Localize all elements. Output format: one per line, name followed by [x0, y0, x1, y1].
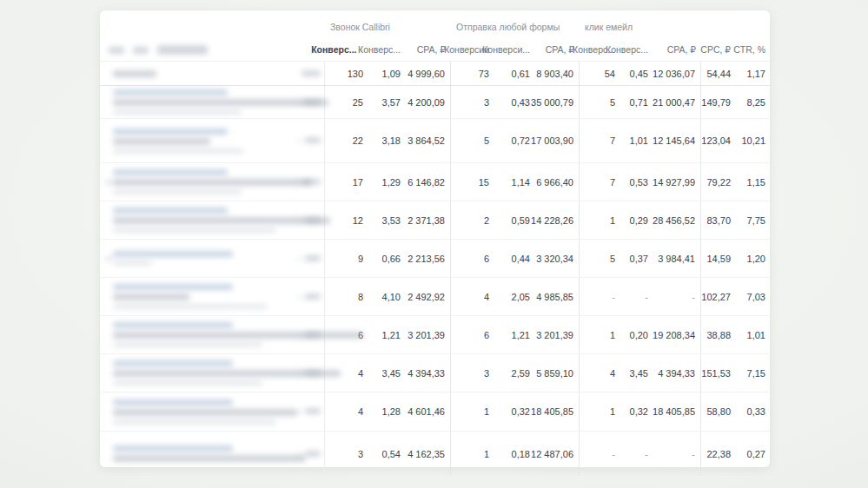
table-row: 61,213 201,3961,213 201,3910,2019 208,34… [100, 316, 770, 354]
column-header-10[interactable]: CPC, ₽ [701, 38, 732, 61]
row-expand-icon[interactable] [296, 220, 303, 222]
campaign-name-cell[interactable] [100, 392, 325, 431]
metric-cell: - [580, 278, 617, 315]
metric-cell: 5 [580, 86, 617, 118]
row-expand-icon[interactable] [296, 140, 303, 142]
metric-cell: 4,10 [365, 278, 402, 315]
metric-cell: 3,45 [617, 354, 650, 392]
metric-cell: 1 [580, 392, 617, 431]
metric-cell: 0,54 [365, 432, 402, 476]
redacted-name-lines [113, 119, 243, 162]
metric-cell: 8,25 [732, 86, 770, 118]
metric-cell: 0,45 [617, 62, 650, 85]
metric-cell: 0,29 [617, 201, 650, 239]
metric-cell: 14 228,26 [532, 201, 580, 239]
campaign-name-cell[interactable] [100, 119, 325, 162]
metric-cell: 123,04 [701, 119, 732, 162]
table-row: 90,662 213,5660,443 320,3450,373 984,411… [100, 240, 770, 278]
table-row: 30,544 162,3510,1812 487,06---22,380,27 [100, 432, 770, 477]
metric-cell: 14,59 [701, 240, 732, 277]
metric-cell: 1 [451, 392, 491, 431]
row-expand-icon[interactable] [296, 334, 303, 337]
table-row: 123,532 371,3820,5914 228,2610,2928 456,… [100, 201, 770, 240]
row-expand-icon[interactable] [296, 181, 303, 184]
metric-cell: 83,70 [701, 201, 732, 239]
metric-cell: 54 [580, 62, 617, 85]
redacted-text-line [113, 251, 233, 257]
redacted-name-lines [113, 240, 233, 277]
row-expand-icon[interactable] [296, 411, 303, 413]
campaign-name-cell[interactable] [100, 86, 325, 118]
metric-cell: 2 492,92 [402, 278, 451, 315]
metric-group-header-row: Звонок Callibri Отправка любой формы кли… [100, 16, 770, 38]
metric-cell: 1,09 [365, 62, 402, 85]
metric-cell: 0,59 [491, 201, 532, 239]
metric-cell: 19 208,34 [650, 316, 701, 353]
column-header-9[interactable]: CPA, ₽ [650, 38, 701, 61]
redacted-cost-value [305, 217, 321, 223]
metric-cell: 21 000,47 [650, 86, 701, 118]
redacted-cost-value [301, 70, 321, 76]
metric-cell: 0,61 [491, 62, 532, 85]
column-header-2[interactable]: Конверс... [365, 38, 402, 61]
redacted-toolbar-control[interactable] [157, 45, 208, 55]
redacted-toolbar-control[interactable] [109, 47, 124, 54]
row-expand-icon[interactable] [296, 258, 303, 260]
campaign-name-cell[interactable] [100, 354, 325, 392]
metric-cell: 151,53 [701, 354, 732, 392]
row-expand-icon[interactable] [296, 102, 303, 104]
metric-cell: 12 487,06 [532, 432, 580, 476]
campaign-name-cell[interactable] [100, 163, 325, 201]
campaign-name-cell [100, 62, 325, 85]
redacted-text-line [113, 293, 189, 300]
row-expand-icon[interactable] [296, 373, 303, 375]
redacted-text-line [113, 322, 233, 328]
redacted-text-line [113, 89, 228, 96]
metric-cell: 4 200,09 [402, 86, 451, 118]
table-row: 171,296 146,82151,146 966,4070,5314 927,… [100, 163, 770, 201]
metric-cell: 58,80 [701, 392, 732, 431]
metric-cell: 22,38 [701, 432, 732, 476]
metric-cell: 4 601,46 [402, 392, 451, 431]
column-header-11[interactable]: CTR, % [732, 38, 770, 61]
metric-cell: - [580, 432, 617, 476]
redacted-text-line [113, 342, 262, 347]
redacted-name-lines [113, 278, 268, 315]
metric-cell: 38,88 [701, 316, 732, 353]
metric-cell: 3 [325, 432, 365, 476]
metric-cell: 12 036,07 [650, 62, 701, 85]
metric-cell: 2 [451, 201, 491, 239]
redacted-text-line [113, 455, 306, 462]
campaign-name-cell[interactable] [100, 278, 325, 315]
metric-cell: 4 985,85 [532, 278, 580, 315]
campaign-name-cell[interactable] [100, 432, 325, 476]
metric-cell: 0,18 [491, 432, 532, 476]
metric-cell: 3 201,39 [402, 316, 451, 353]
metric-cell: 0,32 [617, 392, 650, 431]
redacted-name-lines [113, 163, 311, 201]
metric-cell: 0,37 [617, 240, 650, 277]
metric-cell: 1,29 [365, 163, 402, 201]
metric-cell: 0,66 [365, 240, 402, 277]
redacted-cost-value [303, 179, 321, 185]
redacted-cost-value [305, 370, 321, 376]
metric-cell: 6 [451, 240, 491, 277]
metric-cell: 28 456,52 [650, 201, 701, 239]
campaign-name-cell[interactable] [100, 316, 325, 353]
column-header-5[interactable]: Конверси... [491, 38, 532, 61]
campaign-name-cell[interactable] [100, 201, 325, 239]
redacted-text-line [113, 360, 233, 366]
column-header-8[interactable]: Конверс... [617, 38, 650, 61]
row-expand-icon[interactable] [296, 296, 303, 299]
metric-cell: 7,75 [732, 201, 770, 239]
metric-cell: 4 [580, 354, 617, 392]
campaign-name-cell[interactable] [100, 240, 325, 277]
row-expand-icon[interactable] [296, 453, 303, 456]
metric-cell: 17 [325, 163, 365, 201]
metric-cell: 2 371,38 [402, 201, 451, 239]
redacted-toolbar-control[interactable] [133, 47, 149, 54]
metric-cell: 0,44 [491, 240, 532, 277]
table-body: 1301,094 999,60730,618 903,40540,4512 03… [100, 62, 770, 477]
metric-cell: 3 984,41 [650, 240, 701, 277]
metric-cell: 0,53 [617, 163, 650, 201]
